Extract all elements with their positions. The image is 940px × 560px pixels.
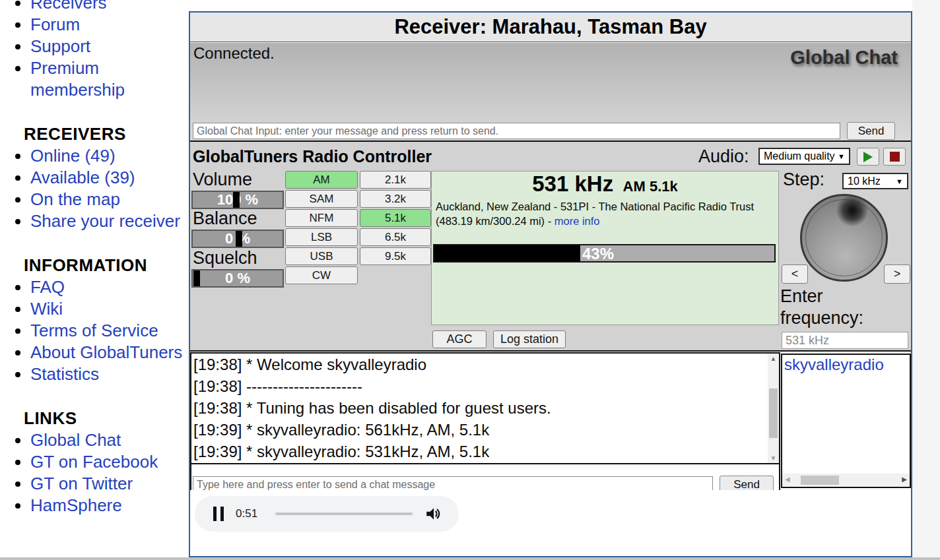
- audio-quality-value: Medium quality: [764, 150, 835, 162]
- about-globaltuners-link[interactable]: About GlobalTuners: [30, 342, 182, 362]
- pause-button[interactable]: [213, 507, 224, 521]
- step-label: Step:: [783, 170, 824, 190]
- chat-scrollbar-thumb[interactable]: [769, 389, 778, 438]
- mode-button-usb[interactable]: USB: [285, 247, 358, 265]
- tune-up-button[interactable]: >: [884, 264, 910, 284]
- chat-scrollbar[interactable]: ▲ ▼: [768, 354, 779, 463]
- nav-item-statistics[interactable]: Statistics: [30, 363, 189, 385]
- right-gutter: [912, 0, 940, 560]
- global-chat-input[interactable]: [193, 123, 840, 139]
- gt-on-facebook-link[interactable]: GT on Facebook: [30, 452, 158, 472]
- user-list-scrollbar[interactable]: ◀ ▶: [782, 474, 910, 487]
- nav-item-about-globaltuners[interactable]: About GlobalTuners: [30, 342, 189, 363]
- nav-item-wiki[interactable]: Wiki: [30, 298, 189, 320]
- chat-message: [19:38] * Welcome skyvalleyradio: [191, 354, 779, 375]
- chat-message: [19:38] ----------------------: [191, 375, 779, 397]
- wiki-link[interactable]: Wiki: [30, 299, 63, 319]
- volume-slider-thumb[interactable]: [233, 192, 240, 208]
- volume-speaker-icon[interactable]: [424, 505, 442, 525]
- mode-button-lsb[interactable]: LSB: [285, 228, 358, 246]
- global-chat-send-button[interactable]: Send: [847, 122, 895, 140]
- page-horizontal-scrollbar[interactable]: [0, 557, 940, 560]
- squelch-slider[interactable]: 0 %: [191, 269, 284, 288]
- audio-quality-select[interactable]: Medium quality ▼: [758, 148, 850, 165]
- signal-meter-value: 43%: [582, 245, 614, 263]
- balance-slider-thumb[interactable]: [236, 231, 242, 247]
- faq-link[interactable]: FAQ: [30, 277, 65, 297]
- on-the-map-link[interactable]: On the map: [30, 189, 120, 209]
- nav-item-online[interactable]: Online (49): [30, 145, 189, 167]
- radio-controller: GlobalTuners Radio Controller Audio: Med…: [190, 142, 911, 352]
- online-link[interactable]: Online (49): [30, 146, 116, 166]
- forum-link[interactable]: Forum: [30, 15, 80, 34]
- information-list: FAQ Wiki Terms of Service About GlobalTu…: [30, 276, 189, 385]
- more-info-link[interactable]: more info: [554, 215, 600, 227]
- scroll-right-icon[interactable]: ▶: [902, 476, 907, 483]
- chat-log[interactable]: [19:38] * Welcome skyvalleyradio [19:38]…: [191, 354, 779, 464]
- nav-item-faq[interactable]: FAQ: [30, 276, 189, 298]
- nav-item-hamsphere[interactable]: HamSphere: [30, 495, 189, 516]
- user-list-item[interactable]: skyvalleyradio: [782, 355, 910, 375]
- chat-message: [19:39] * skyvalleyradio: 561kHz, AM, 5.…: [191, 419, 779, 441]
- balance-slider[interactable]: 0 %: [191, 230, 284, 248]
- mode-button-am[interactable]: AM: [285, 171, 358, 189]
- squelch-label: Squelch: [193, 248, 257, 268]
- nav-item-receivers[interactable]: Receivers: [30, 0, 189, 14]
- scroll-left-icon[interactable]: ◀: [785, 476, 790, 483]
- global-chat-link[interactable]: Global Chat: [30, 430, 121, 450]
- chat-message: [19:39] * skyvalleyradio: 531kHz, AM, 5.…: [191, 441, 779, 462]
- squelch-slider-thumb[interactable]: [193, 270, 200, 286]
- nav-item-forum[interactable]: Forum: [30, 14, 189, 36]
- audio-player-zone: 0:51: [190, 490, 911, 556]
- step-select[interactable]: 10 kHz ▼: [842, 173, 908, 189]
- user-list-scrollbar-thumb[interactable]: [801, 476, 839, 485]
- bandwidth-button-5-1k[interactable]: 5.1k: [360, 209, 431, 227]
- nav-item-support[interactable]: Support: [30, 36, 189, 57]
- scroll-up-icon[interactable]: ▲: [768, 355, 779, 362]
- step-value: 10 kHz: [848, 175, 881, 187]
- links-list: Global Chat GT on Facebook GT on Twitter…: [30, 429, 189, 516]
- scroll-down-icon[interactable]: ▼: [768, 454, 779, 462]
- bandwidth-button-9-5k[interactable]: 9.5k: [360, 247, 431, 265]
- nav-item-on-the-map[interactable]: On the map: [30, 189, 189, 210]
- terms-of-service-link[interactable]: Terms of Service: [30, 321, 158, 340]
- premium-membership-link[interactable]: Premium membership: [30, 58, 125, 100]
- seek-bar[interactable]: [275, 513, 413, 515]
- support-link[interactable]: Support: [30, 36, 90, 56]
- tune-down-button[interactable]: <: [782, 264, 808, 284]
- nav-item-gt-on-facebook[interactable]: GT on Facebook: [30, 451, 189, 473]
- bandwidth-button-6-5k[interactable]: 6.5k: [360, 228, 431, 246]
- available-link[interactable]: Available (39): [30, 168, 135, 187]
- nav-item-gt-on-twitter[interactable]: GT on Twitter: [30, 473, 189, 495]
- sidebar-heading-information: INFORMATION: [24, 255, 189, 276]
- nav-item-share-your-receiver[interactable]: Share your receiver: [30, 210, 189, 232]
- frequency-input[interactable]: [782, 332, 908, 349]
- signal-meter-fill: [434, 245, 580, 261]
- main-nav-list: Receivers Forum Support Premium membersh…: [30, 0, 189, 101]
- log-station-button[interactable]: Log station: [493, 330, 566, 348]
- frequency-display: 531 kHz AM 5.1k Auckland, New Zealand - …: [431, 171, 779, 325]
- bandwidth-button-2-1k[interactable]: 2.1k: [360, 171, 431, 189]
- agc-button[interactable]: AGC: [432, 330, 487, 348]
- mode-button-nfm[interactable]: NFM: [285, 209, 358, 227]
- chevron-down-icon: ▼: [896, 177, 903, 185]
- squelch-value: 0 %: [193, 270, 283, 286]
- nav-item-global-chat[interactable]: Global Chat: [30, 429, 189, 451]
- audio-stop-button[interactable]: [883, 148, 906, 166]
- receivers-link[interactable]: Receivers: [30, 0, 107, 13]
- bandwidth-button-3-2k[interactable]: 3.2k: [360, 190, 431, 208]
- nav-item-terms-of-service[interactable]: Terms of Service: [30, 320, 189, 342]
- tuning-knob[interactable]: [800, 194, 888, 282]
- volume-slider[interactable]: 100 %: [191, 191, 284, 209]
- station-info: Auckland, New Zealand - 531PI - The Nati…: [436, 199, 754, 228]
- share-your-receiver-link[interactable]: Share your receiver: [30, 211, 180, 231]
- gt-on-twitter-link[interactable]: GT on Twitter: [30, 474, 133, 493]
- nav-item-premium-membership[interactable]: Premium membership: [30, 57, 189, 101]
- mode-button-sam[interactable]: SAM: [285, 190, 358, 208]
- audio-play-button[interactable]: [857, 148, 879, 166]
- mode-button-cw[interactable]: CW: [285, 266, 358, 284]
- sidebar: Receivers Forum Support Premium membersh…: [0, 0, 189, 560]
- statistics-link[interactable]: Statistics: [30, 364, 99, 384]
- hamsphere-link[interactable]: HamSphere: [30, 495, 122, 515]
- nav-item-available[interactable]: Available (39): [30, 167, 189, 189]
